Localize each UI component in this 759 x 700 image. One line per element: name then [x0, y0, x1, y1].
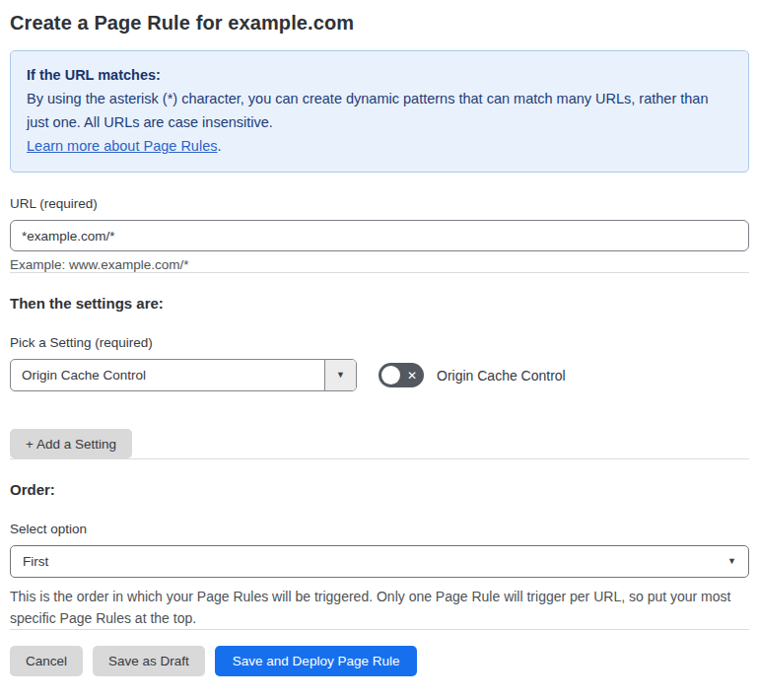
url-input[interactable] [10, 220, 749, 251]
setting-row: Origin Cache Control ▼ ✕ Origin Cache Co… [10, 359, 749, 391]
toggle-off-x-icon: ✕ [407, 369, 417, 381]
info-box-link-line: Learn more about Page Rules. [27, 134, 732, 158]
url-label: URL (required) [10, 196, 749, 211]
divider [10, 629, 749, 630]
page-title: Create a Page Rule for example.com [10, 12, 749, 35]
order-select-label: Select option [10, 522, 749, 536]
learn-more-link[interactable]: Learn more about Page Rules [27, 138, 217, 154]
info-box-body: By using the asterisk (*) character, you… [27, 87, 732, 134]
setting-dropdown-value: Origin Cache Control [11, 360, 324, 390]
cancel-button[interactable]: Cancel [10, 646, 83, 676]
save-draft-button[interactable]: Save as Draft [93, 646, 205, 676]
footer-button-row: Cancel Save as Draft Save and Deploy Pag… [10, 646, 749, 676]
info-box-heading: If the URL matches: [27, 63, 732, 87]
setting-dropdown-arrow-button[interactable]: ▼ [324, 360, 356, 390]
link-period: . [217, 138, 221, 154]
origin-cache-control-toggle[interactable]: ✕ [379, 363, 424, 387]
page-rule-form: Create a Page Rule for example.com If th… [0, 0, 759, 676]
chevron-down-icon: ▼ [336, 371, 345, 380]
divider [10, 272, 749, 273]
settings-heading: Then the settings are: [10, 295, 749, 312]
toggle-label: Origin Cache Control [437, 368, 566, 384]
chevron-down-icon: ▼ [727, 557, 736, 566]
pick-setting-label: Pick a Setting (required) [10, 335, 749, 350]
url-example-helper: Example: www.example.com/* [10, 257, 749, 272]
toggle-knob [381, 366, 400, 385]
add-setting-button[interactable]: + Add a Setting [10, 429, 132, 458]
order-helper-text: This is the order in which your Page Rul… [10, 586, 747, 629]
divider [10, 458, 749, 459]
setting-dropdown[interactable]: Origin Cache Control ▼ [10, 359, 357, 391]
save-deploy-button[interactable]: Save and Deploy Page Rule [215, 646, 418, 676]
order-select-value: First [23, 554, 48, 569]
order-heading: Order: [10, 481, 749, 498]
order-select[interactable]: First ▼ [10, 545, 749, 578]
url-match-info-box: If the URL matches: By using the asteris… [10, 50, 749, 173]
